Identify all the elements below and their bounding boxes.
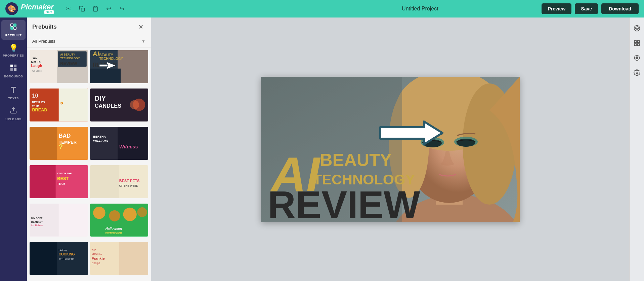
paste-icon[interactable] bbox=[90, 3, 101, 14]
template-thumb-5[interactable]: BAD TEMPER ? bbox=[30, 127, 88, 160]
svg-rect-0 bbox=[81, 8, 85, 11]
canvas-area[interactable]: AI BEAUTY TECHNOLOGY REVIEW bbox=[151, 17, 629, 281]
svg-rect-1 bbox=[94, 6, 96, 7]
svg-text:DIY: DIY bbox=[94, 95, 106, 102]
left-sidebar: PREBUILT 💡 PROPERTIES BGROUNDS T TEXTS bbox=[0, 17, 27, 281]
svg-text:for Babies: for Babies bbox=[31, 224, 43, 227]
svg-rect-6 bbox=[10, 65, 13, 67]
svg-rect-24 bbox=[90, 69, 121, 83]
svg-rect-55 bbox=[30, 165, 56, 198]
template-thumb-11[interactable]: Holiday COOKING WITH CHEF RK bbox=[30, 242, 88, 275]
svg-rect-60 bbox=[90, 165, 119, 198]
preview-button[interactable]: Preview bbox=[542, 3, 571, 14]
sidebar-item-uploads[interactable]: UPLOADS bbox=[1, 104, 26, 124]
cut-icon[interactable]: ✂ bbox=[63, 3, 74, 14]
redo-icon[interactable]: ↪ bbox=[117, 3, 128, 14]
svg-text:BAD: BAD bbox=[59, 133, 71, 139]
svg-text:ORIGINAL: ORIGINAL bbox=[91, 253, 102, 255]
properties-icon: 💡 bbox=[9, 44, 18, 52]
uploads-icon bbox=[10, 107, 17, 116]
header: 🎨 Picmaker Beta ✂ ↩ ↪ Untitled Project P… bbox=[0, 0, 644, 17]
canvas-container[interactable]: AI BEAUTY TECHNOLOGY REVIEW bbox=[261, 77, 520, 222]
svg-text:RECIPIES: RECIPIES bbox=[32, 101, 45, 104]
template-thumb-10[interactable]: Halloween Hunting Game bbox=[90, 204, 148, 237]
svg-rect-23 bbox=[118, 50, 148, 83]
svg-text:Witness: Witness bbox=[119, 144, 138, 149]
svg-rect-81 bbox=[119, 242, 148, 275]
svg-rect-45 bbox=[30, 127, 57, 160]
svg-text:BEST: BEST bbox=[57, 176, 69, 181]
move-icon[interactable] bbox=[632, 23, 642, 34]
svg-text:BEAUTY: BEAUTY bbox=[99, 53, 113, 57]
logo-text: Picmaker Beta bbox=[21, 3, 54, 14]
svg-rect-9 bbox=[14, 68, 16, 71]
sidebar-item-texts[interactable]: T TEXTS bbox=[1, 82, 26, 103]
beta-badge: Beta bbox=[44, 10, 54, 14]
svg-text:AI: AI bbox=[92, 50, 99, 58]
svg-text:Halloween: Halloween bbox=[105, 227, 122, 231]
template-thumb-9[interactable]: DIY SOFT BLANKET for Babies bbox=[30, 204, 88, 237]
template-thumb-6[interactable]: BERTHA WILLIAMS Witness bbox=[90, 127, 148, 160]
svg-text:BLANKET: BLANKET bbox=[31, 220, 43, 223]
sidebar-item-bgrounds[interactable]: BGROUNDS bbox=[1, 61, 26, 81]
prebuilts-panel: Prebuilts ✕ All Prebuilts ▼ AI BEAUTY TE… bbox=[27, 17, 151, 281]
settings-icon[interactable] bbox=[632, 67, 642, 78]
svg-point-43 bbox=[130, 100, 139, 109]
filter-label: All Prebuilts bbox=[32, 39, 55, 44]
panel-close-button[interactable]: ✕ bbox=[136, 22, 145, 32]
template-thumb-4[interactable]: DIY CANDLES bbox=[90, 89, 148, 121]
bgrounds-icon bbox=[10, 64, 17, 73]
svg-text:WITH CHEF RK: WITH CHEF RK bbox=[59, 258, 75, 260]
svg-rect-3 bbox=[14, 24, 16, 26]
svg-text:REVIEW: REVIEW bbox=[268, 183, 420, 222]
logo-icon[interactable]: 🎨 bbox=[5, 2, 18, 15]
template-thumb-3[interactable]: 10 RECIPIES WITH BREAD 🍞 bbox=[30, 89, 88, 121]
svg-text:10: 10 bbox=[32, 93, 38, 99]
download-button[interactable]: Download bbox=[601, 3, 639, 14]
grid-icon[interactable] bbox=[632, 38, 642, 48]
header-buttons: Preview Save Download bbox=[542, 3, 639, 14]
svg-rect-5 bbox=[14, 27, 16, 29]
svg-rect-8 bbox=[10, 68, 13, 71]
copy-icon[interactable] bbox=[77, 3, 87, 14]
svg-point-70 bbox=[109, 210, 120, 221]
sidebar-item-prebuilt[interactable]: PREBUILT bbox=[1, 20, 26, 40]
svg-text:BREAD: BREAD bbox=[32, 107, 47, 112]
svg-text:WILLIAMS: WILLIAMS bbox=[93, 139, 108, 142]
sidebar-prebuilt-label: PREBUILT bbox=[5, 34, 22, 37]
svg-text:TECHNOLOGY: TECHNOLOGY bbox=[60, 57, 80, 60]
svg-text:AI BEAUTY: AI BEAUTY bbox=[60, 53, 75, 56]
svg-rect-37 bbox=[59, 89, 88, 121]
svg-text:Holiday: Holiday bbox=[59, 249, 67, 252]
templates-grid: AI BEAUTY TECHNOLOGY REVIEW TRY Not To L… bbox=[27, 47, 151, 281]
undo-icon[interactable]: ↩ bbox=[103, 3, 114, 14]
svg-text:CANDLES: CANDLES bbox=[94, 103, 121, 109]
template-thumb-2[interactable]: AI BEAUTY TECHNOLOGY REVIEW bbox=[90, 50, 148, 83]
svg-text:COACH THE: COACH THE bbox=[57, 172, 72, 175]
prebuilt-icon bbox=[10, 23, 17, 32]
record-icon[interactable] bbox=[632, 52, 642, 63]
svg-point-69 bbox=[93, 207, 105, 219]
panel-filter[interactable]: All Prebuilts ▼ bbox=[27, 35, 151, 47]
svg-text:TECHNOLOGY: TECHNOLOGY bbox=[99, 57, 123, 61]
logo-area: 🎨 Picmaker Beta bbox=[5, 2, 54, 15]
sidebar-uploads-label: UPLOADS bbox=[5, 117, 22, 121]
svg-text:Hunting Game: Hunting Game bbox=[105, 231, 122, 234]
sidebar-item-properties[interactable]: 💡 PROPERTIES bbox=[1, 41, 26, 60]
template-thumb-8[interactable]: BEST PETS OF THE WEEK bbox=[90, 165, 148, 198]
svg-text:BEST PETS: BEST PETS bbox=[119, 179, 139, 183]
template-thumb-7[interactable]: COACH THE BEST TEAM bbox=[30, 165, 88, 198]
template-thumb-12[interactable]: THE ORIGINAL Frankie Recipe bbox=[90, 242, 148, 275]
svg-rect-30 bbox=[99, 64, 108, 67]
svg-text:OF THE WEEK: OF THE WEEK bbox=[119, 184, 138, 187]
svg-text:REVIEW: REVIEW bbox=[60, 61, 77, 66]
panel-title: Prebuilts bbox=[32, 24, 57, 30]
svg-rect-110 bbox=[634, 44, 636, 46]
svg-rect-7 bbox=[14, 65, 16, 67]
save-button[interactable]: Save bbox=[575, 3, 598, 14]
sidebar-properties-label: PROPERTIES bbox=[3, 54, 24, 57]
panel-header: Prebuilts ✕ bbox=[27, 17, 151, 35]
svg-text:?: ? bbox=[59, 143, 63, 150]
svg-text:THE: THE bbox=[91, 249, 96, 251]
template-thumb-1[interactable]: AI BEAUTY TECHNOLOGY REVIEW TRY Not To L… bbox=[30, 50, 88, 83]
